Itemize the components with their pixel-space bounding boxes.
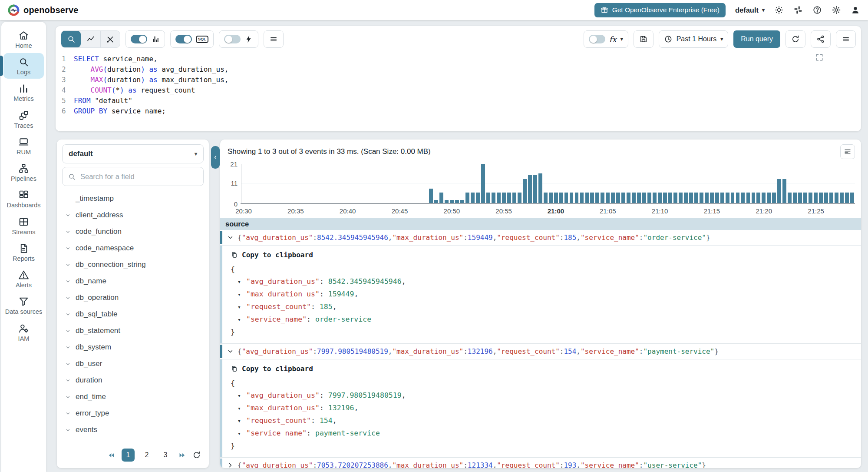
chevron-down-icon[interactable] <box>65 229 71 235</box>
editor-code[interactable]: SELECT service_name, AVG(duration) as av… <box>70 54 228 116</box>
code-line[interactable]: MAX(duration) as max_duration_us, <box>74 75 228 85</box>
user-avatar-icon[interactable] <box>851 5 860 15</box>
query-menu-button[interactable] <box>264 30 284 48</box>
chevron-down-icon[interactable] <box>65 212 71 219</box>
sidebar-item-reports[interactable]: Reports <box>3 239 44 265</box>
collapse-field-icon[interactable]: ▾ <box>238 289 246 301</box>
collapse-field-icon[interactable]: ▾ <box>238 276 246 288</box>
field-row-db_statement[interactable]: db_statement <box>62 322 204 339</box>
page-button-3[interactable]: 3 <box>159 449 172 462</box>
chevron-down-icon[interactable] <box>226 233 234 242</box>
function-toggle[interactable] <box>589 35 605 43</box>
source-column-header[interactable]: source <box>220 218 861 230</box>
stream-selector[interactable]: default ▾ <box>62 144 204 163</box>
sidebar-item-metrics[interactable]: Metrics <box>3 80 44 105</box>
collapse-field-icon[interactable]: ▾ <box>238 428 246 440</box>
chevron-down-icon[interactable]: ▾ <box>620 36 623 42</box>
code-line[interactable]: FROM "default" <box>74 96 228 106</box>
collapse-field-icon[interactable]: ▾ <box>238 301 246 313</box>
collapse-field-icon[interactable]: ▾ <box>238 390 246 402</box>
chevron-down-icon[interactable] <box>65 410 71 417</box>
page-button-1[interactable]: 1 <box>122 449 135 462</box>
chevron-down-icon[interactable] <box>65 262 71 268</box>
sidebar-item-pipelines[interactable]: Pipelines <box>3 160 44 185</box>
chevron-down-icon[interactable] <box>65 278 71 285</box>
histogram-toggle[interactable] <box>131 35 147 43</box>
code-line[interactable]: SELECT service_name, <box>74 54 228 64</box>
first-page-icon[interactable] <box>107 451 116 460</box>
chevron-down-icon[interactable] <box>65 245 71 252</box>
field-search-input[interactable] <box>80 173 198 181</box>
sidebar-item-alerts[interactable]: Alerts <box>3 266 44 292</box>
field-row-events[interactable]: events <box>62 422 204 438</box>
chevron-down-icon[interactable] <box>65 361 71 367</box>
refresh-fields-icon[interactable] <box>192 451 201 459</box>
field-row-duration[interactable]: duration <box>62 372 204 389</box>
field-row-client_address[interactable]: client_address <box>62 207 204 223</box>
tools-mode-button[interactable] <box>100 31 120 47</box>
run-query-button[interactable]: Run query <box>733 30 780 48</box>
log-row-summary-3[interactable]: {"avg_duration_us":7053.720207253886,"ma… <box>220 458 861 468</box>
enterprise-button[interactable]: Get OpenObserve Enterprise (Free) <box>594 3 726 17</box>
field-row-db_system[interactable]: db_system <box>62 339 204 356</box>
chevron-right-icon[interactable] <box>226 461 234 468</box>
chart-mode-button[interactable] <box>81 31 100 47</box>
more-options-button[interactable] <box>836 30 856 48</box>
collapse-field-icon[interactable]: ▾ <box>238 314 246 326</box>
org-selector[interactable]: default ▾ <box>735 6 765 14</box>
code-line[interactable]: COUNT(*) as request_count <box>74 85 228 96</box>
histogram-plot[interactable] <box>241 164 855 204</box>
refresh-interval-button[interactable] <box>785 30 805 48</box>
search-mode-button[interactable] <box>61 31 81 47</box>
field-row-db_sql_table[interactable]: db_sql_table <box>62 306 204 322</box>
code-line[interactable]: GROUP BY service_name; <box>74 106 228 116</box>
last-page-icon[interactable] <box>178 451 187 460</box>
time-range-selector[interactable]: Past 1 Hours ▾ <box>659 30 729 48</box>
chevron-down-icon[interactable] <box>65 427 71 433</box>
results-settings-button[interactable] <box>840 144 855 159</box>
quick-mode-toggle[interactable] <box>224 35 241 43</box>
field-row-end_time[interactable]: end_time <box>62 389 204 405</box>
help-icon[interactable] <box>812 5 822 15</box>
fx-label[interactable]: fx <box>609 35 617 44</box>
code-line[interactable]: AVG(duration) as avg_duration_us, <box>74 64 228 75</box>
chevron-down-icon[interactable] <box>65 311 71 318</box>
share-button[interactable] <box>811 30 831 48</box>
sidebar-item-home[interactable]: Home <box>3 27 44 52</box>
field-row-code_namespace[interactable]: code_namespace <box>62 240 204 256</box>
slack-icon[interactable] <box>793 5 803 15</box>
sql-mode-toggle[interactable] <box>175 35 192 43</box>
field-row-db_connection_string[interactable]: db_connection_string <box>62 256 204 273</box>
sql-editor[interactable]: 123456 SELECT service_name, AVG(duration… <box>56 50 861 116</box>
chevron-down-icon[interactable] <box>65 328 71 334</box>
save-function-button[interactable] <box>634 30 653 48</box>
sidebar-item-data-sources[interactable]: Data sources <box>3 293 44 318</box>
field-row-db_operation[interactable]: db_operation <box>62 289 204 306</box>
settings-gear-icon[interactable] <box>832 5 841 15</box>
field-row-db_user[interactable]: db_user <box>62 356 204 372</box>
sidebar-item-rum[interactable]: RUM <box>3 133 44 159</box>
field-row-error_type[interactable]: error_type <box>62 405 204 422</box>
field-row-code_function[interactable]: code_function <box>62 223 204 240</box>
collapse-field-icon[interactable]: ▾ <box>238 415 246 427</box>
page-button-2[interactable]: 2 <box>140 449 153 462</box>
field-row-_timestamp[interactable]: _timestamp <box>62 190 204 207</box>
sidebar-item-logs[interactable]: Logs <box>3 53 44 79</box>
sidebar-item-streams[interactable]: Streams <box>3 213 44 239</box>
sidebar-item-dashboards[interactable]: Dashboards <box>3 186 44 212</box>
brand[interactable]: openobserve <box>8 4 79 16</box>
chevron-down-icon[interactable] <box>65 344 71 351</box>
chevron-down-icon[interactable] <box>65 295 71 301</box>
theme-toggle-icon[interactable] <box>774 5 784 15</box>
field-row-db_name[interactable]: db_name <box>62 273 204 289</box>
log-row-summary-1[interactable]: {"avg_duration_us":8542.345945945946,"ma… <box>220 230 861 246</box>
chevron-down-icon[interactable] <box>65 377 71 384</box>
events-histogram[interactable]: 21110 <box>220 163 861 204</box>
copy-to-clipboard-button[interactable]: Copy to clipboard <box>231 365 857 373</box>
chevron-down-icon[interactable] <box>226 347 234 356</box>
collapse-panel-button[interactable] <box>211 146 220 169</box>
copy-to-clipboard-button[interactable]: Copy to clipboard <box>231 251 857 259</box>
chevron-down-icon[interactable] <box>65 394 71 400</box>
collapse-field-icon[interactable]: ▾ <box>238 402 246 415</box>
fullscreen-icon[interactable] <box>815 53 824 62</box>
